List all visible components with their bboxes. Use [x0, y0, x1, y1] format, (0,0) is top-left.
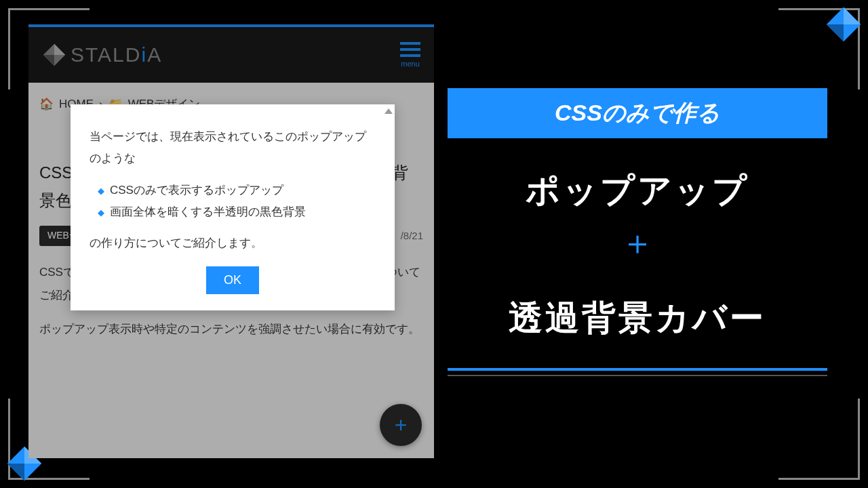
- popup-list-item: 画面全体を暗くする半透明の黒色背景: [98, 201, 376, 223]
- title-line-1: ポップアップ: [448, 168, 827, 214]
- ok-button[interactable]: OK: [206, 266, 259, 294]
- subtitle-label: CSSのみで作る: [448, 88, 827, 138]
- plus-separator-icon: ＋: [448, 220, 827, 266]
- mobile-preview-pane: STALDiA menu 🏠 HOME › 📁 WEBデザイン CSSで簡単に作…: [28, 24, 434, 458]
- svg-marker-1: [844, 7, 861, 24]
- svg-marker-2: [827, 24, 844, 41]
- divider-blue: [448, 368, 827, 371]
- popup-outro: の作り方についてご紹介します。: [90, 232, 376, 254]
- title-graphic-pane: CSSのみで作る ポップアップ ＋ 透過背景カバー: [448, 88, 827, 376]
- divider-gray: [448, 375, 827, 376]
- diamond-decoration-icon: [825, 5, 863, 43]
- popup-intro: 当ページでは、現在表示されているこのポップアップのような: [90, 126, 376, 170]
- title-line-2: 透過背景カバー: [448, 296, 827, 341]
- popup-list-item: CSSのみで表示するポップアップ: [98, 180, 376, 201]
- svg-marker-5: [7, 464, 24, 481]
- popup-dialog: 当ページでは、現在表示されているこのポップアップのような CSSのみで表示するポ…: [71, 104, 395, 310]
- scrollbar-up-icon[interactable]: [384, 108, 393, 114]
